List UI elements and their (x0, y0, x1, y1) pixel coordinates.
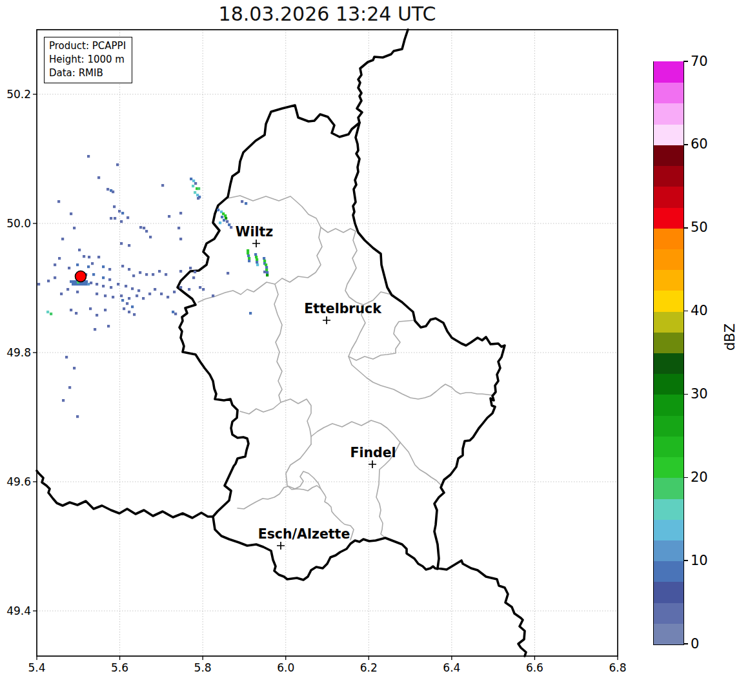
city-cross-marker (252, 240, 260, 247)
radar-echo-pixel (68, 267, 70, 269)
colorbar-tick-label: 10 (691, 554, 708, 568)
radar-echo-pixel (120, 242, 123, 245)
colorbar-band (654, 582, 683, 603)
plot-title: 18.03.2026 13:24 UTC (37, 3, 618, 25)
colorbar-band (654, 270, 683, 291)
colorbar-band (654, 436, 683, 457)
radar-echo-pixel (120, 220, 123, 223)
city-label: Ettelbruck (304, 301, 382, 316)
colorbar-tick-label: 30 (691, 387, 708, 401)
colorbar-band (654, 61, 683, 83)
radar-echo-pixel (37, 283, 40, 285)
radar-site-marker (76, 271, 86, 282)
radar-echo-pixel (145, 230, 148, 232)
city-cross-marker (277, 542, 285, 550)
radar-echo-pixel (148, 293, 151, 295)
radar-echo-pixel (62, 399, 65, 402)
radar-echo-pixel (152, 273, 154, 276)
radar-echo-pixel (128, 244, 130, 247)
country-border (177, 105, 438, 580)
radar-echo-pixel (217, 209, 219, 211)
colorbar-band (654, 207, 683, 229)
radar-echo-pixel (256, 258, 258, 261)
colorbar-tick-label: 60 (691, 138, 708, 151)
radar-echo-pixel (227, 272, 229, 274)
x-tick-label: 5.8 (188, 661, 217, 674)
colorbar-band (654, 478, 683, 499)
radar-echo-pixel (226, 220, 228, 223)
radar-echo-pixel (87, 265, 90, 268)
district-border (311, 420, 400, 442)
radar-echo-pixel (248, 260, 250, 262)
radar-echo-pixel (263, 271, 266, 273)
radar-echo-pixel (224, 214, 227, 217)
radar-echo-pixel (76, 263, 79, 266)
radar-echo-pixel (139, 226, 142, 229)
radar-echo-pixel (143, 227, 145, 229)
radar-echo-pixel (82, 283, 85, 285)
radar-echo-pixel (256, 263, 259, 266)
radar-echo-pixel (61, 238, 64, 240)
radar-echo-pixel (76, 291, 79, 293)
radar-echo-pixel (83, 255, 85, 258)
district-border (349, 356, 492, 399)
district-border (281, 399, 311, 444)
radar-echo-pixel (128, 311, 130, 313)
radar-echo-pixel (108, 268, 111, 271)
radar-echo-pixel (46, 311, 49, 313)
colorbar-tick-mark (683, 227, 688, 229)
radar-echo-pixel (72, 280, 75, 283)
radar-echo-pixel (245, 202, 247, 205)
y-tick-label: 50.2 (1, 88, 31, 101)
radar-echo-pixel (47, 280, 50, 282)
radar-echo-pixel (85, 283, 87, 285)
colorbar-band (654, 602, 683, 624)
radar-echo-pixel (174, 313, 177, 315)
radar-echo-pixel (126, 302, 128, 305)
district-border (240, 284, 282, 414)
radar-echo-pixel (75, 312, 77, 314)
colorbar-band (654, 187, 683, 208)
radar-echo-pixel (68, 386, 71, 389)
radar-echo-pixel (154, 288, 156, 291)
district-borders (198, 196, 492, 540)
colorbar-band (654, 311, 683, 333)
radar-echo-pixel (190, 178, 192, 180)
radar-echo-pixel (94, 328, 96, 331)
radar-echo-pixel (60, 293, 63, 295)
country-border (353, 30, 526, 656)
radar-echo-pixel (73, 367, 76, 369)
map-plot: WiltzEttelbruckFindelEsch/Alzette (37, 30, 618, 656)
radar-echo-pixel (66, 288, 69, 291)
colorbar-band (654, 83, 683, 104)
radar-echo-pixel (188, 288, 190, 291)
radar-echo-pixel (110, 217, 112, 220)
radar-echo-pixel (65, 356, 68, 358)
district-border (400, 442, 441, 485)
x-tick-label: 5.6 (106, 661, 134, 674)
radar-echo-pixel (127, 216, 129, 219)
radar-echo-pixel (107, 325, 110, 327)
radar-echo-pixel (70, 212, 72, 215)
radar-echo-pixel (90, 282, 92, 284)
radar-echo-pixel (102, 265, 105, 268)
radar-echo-pixel (76, 415, 79, 418)
y-tick-label: 49.8 (1, 346, 31, 359)
colorbar-tick-mark (683, 477, 688, 479)
radar-echo-pixel (54, 263, 56, 266)
colorbar-tick-label: 70 (691, 55, 708, 68)
country-borders (37, 30, 526, 656)
radar-echo-pixel (133, 313, 136, 316)
radar-echo-pixel (247, 249, 249, 252)
radar-echo-pixel (256, 261, 258, 263)
radar-echo-pixel (165, 273, 167, 276)
radar-echo-pixel (121, 212, 124, 214)
radar-echo-pixel (194, 182, 197, 185)
radar-echo-pixel (177, 227, 180, 229)
colorbar-band (654, 561, 683, 582)
radar-echo-pixel (194, 271, 196, 273)
colorbar-tick-mark (683, 144, 688, 145)
radar-echo-pixel (212, 294, 214, 297)
colorbar-tick-mark (683, 61, 688, 62)
radar-echo-pixel (96, 314, 98, 316)
